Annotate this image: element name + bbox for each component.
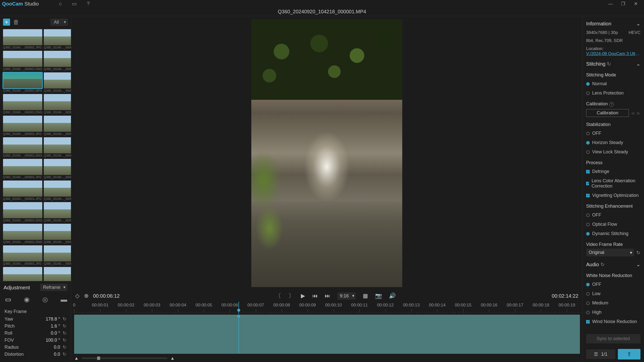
play-button[interactable]: ▶ <box>301 293 305 299</box>
snapshot-icon[interactable]: 📷 <box>375 293 382 299</box>
media-thumbnail[interactable]: Q360_20240..._000001.JPG <box>3 245 42 265</box>
keyframe-marker-icon[interactable]: ◇ <box>75 293 79 299</box>
reset-icon[interactable]: ↻ <box>63 344 66 350</box>
range-out-icon[interactable]: 〕 <box>288 292 294 300</box>
minimize-icon[interactable]: — <box>604 1 617 7</box>
ruler-tick-label: 00:00:13 <box>403 303 420 308</box>
param-distortion[interactable]: Distortion0.0↻ <box>5 351 66 357</box>
stitch-mode-lens[interactable]: Lens Protection <box>586 90 640 96</box>
tab-globe-icon[interactable]: ◉ <box>24 296 30 303</box>
wnr-high[interactable]: High <box>586 310 640 315</box>
param-fov[interactable]: FOV100.0 °↻ <box>5 337 66 343</box>
sync-to-selected-button[interactable]: Sync to selected <box>586 334 640 343</box>
reset-icon[interactable]: ↻ <box>63 337 66 343</box>
tab-card-icon[interactable]: ▬ <box>61 296 67 303</box>
reset-icon[interactable]: ↻ <box>63 316 66 322</box>
media-thumbnail[interactable]: Q360_20240..._000001.MP4 <box>3 72 42 93</box>
video-frame <box>251 19 402 287</box>
aspect-ratio-dropdown[interactable]: 9:16 <box>337 292 356 300</box>
adjustment-mode-dropdown[interactable]: Reframe <box>40 284 67 291</box>
queue-button[interactable]: ☰1/1 <box>586 349 615 359</box>
timeline-ruler[interactable]: 000:00:0100:00:0200:00:0300:00:0400:00:0… <box>74 302 580 314</box>
media-thumbnail[interactable]: Q360_20240..._000001.JPG <box>44 224 71 244</box>
media-thumbnail[interactable]: Q360_20240..._000001.DNG <box>44 29 71 49</box>
tab-target-icon[interactable]: ◎ <box>42 296 48 303</box>
clip-track[interactable] <box>74 315 580 354</box>
zoom-out-icon[interactable]: ▲ <box>74 356 79 361</box>
stab-horizon[interactable]: Horizon Steady <box>586 140 640 145</box>
close-icon[interactable]: ✕ <box>629 1 642 7</box>
wnr-low[interactable]: Low <box>586 291 640 296</box>
wind-noise[interactable]: Wind Noise Reduction <box>586 319 640 324</box>
media-thumbnail[interactable]: Q360_20240..._000001.JPG <box>44 180 71 201</box>
enhance-dynamic[interactable]: Dynamic Stitching <box>586 231 640 236</box>
volume-icon[interactable]: 🔊 <box>389 293 396 299</box>
information-header[interactable]: Information⌄ <box>586 21 640 27</box>
next-frame-button[interactable]: ⏭ <box>325 293 330 299</box>
home-icon[interactable]: ⌂ <box>59 1 62 7</box>
wnr-off[interactable]: OFF <box>586 282 640 287</box>
help-icon[interactable]: ? <box>609 102 614 107</box>
reset-icon[interactable]: ↻ <box>607 61 611 67</box>
delete-media-button[interactable]: 🗑 <box>13 19 19 26</box>
media-thumbnail[interactable]: Q360_20240..._000001.JPG <box>3 116 42 136</box>
stitching-header[interactable]: Stitching ↻⌄ <box>586 61 640 67</box>
file-name: Q360_20240920_104218_000001.MP4 <box>0 8 644 16</box>
location-link[interactable]: V:/2024-09 QooCam 3 Ultra DCW/Q3... <box>586 51 640 56</box>
process-vignette[interactable]: Vignetting Optimization <box>586 193 640 198</box>
media-thumbnail[interactable]: Q360_20240..._000001.JPG <box>44 202 71 222</box>
param-radius[interactable]: Radius0.0↻ <box>5 344 66 350</box>
param-yaw[interactable]: Yaw178.8 °↻ <box>5 316 66 322</box>
enhance-off[interactable]: OFF <box>586 212 640 218</box>
media-thumbnail[interactable]: Q360_20240..._000001.DNG <box>3 202 42 222</box>
media-thumbnail[interactable]: Q360_20240..._000001.JPG <box>3 180 42 201</box>
stab-off[interactable]: OFF <box>586 131 640 136</box>
export-button[interactable]: ⇪ <box>618 349 640 359</box>
audio-header[interactable]: Audio ↻⌄ <box>586 261 640 267</box>
window-icon[interactable]: ▭ <box>72 1 77 7</box>
reset-icon[interactable]: ↻ <box>636 250 640 256</box>
stitch-mode-normal[interactable]: Normal <box>586 81 640 86</box>
media-thumbnail[interactable]: Q360_20240..._000001.JPG <box>44 51 71 71</box>
range-in-icon[interactable]: 〔 <box>276 292 281 300</box>
media-thumbnail[interactable]: Q360_20240..._000001.JPG <box>44 94 71 114</box>
media-thumbnail[interactable]: Q360_20240..._000001.DNG <box>44 72 71 93</box>
calibration-button[interactable]: Calibration <box>586 109 629 117</box>
process-lca[interactable]: Lens Color Aberration Correction <box>586 178 640 189</box>
tab-camera-icon[interactable]: ▭ <box>5 296 11 303</box>
media-thumbnail[interactable]: Q360_20240..._000001.JPG <box>3 29 42 49</box>
maximize-icon[interactable]: ❐ <box>617 1 629 7</box>
media-thumbnail[interactable]: Q360_20240..._000001.MP4 <box>44 116 71 136</box>
wnr-medium[interactable]: Medium <box>586 300 640 306</box>
media-thumbnail[interactable]: Q360_20240..._000001.JPG <box>3 159 42 179</box>
reset-icon[interactable]: ↻ <box>63 323 66 329</box>
viewport[interactable] <box>71 16 582 290</box>
add-keyframe-icon[interactable]: ⊕ <box>84 293 89 299</box>
media-thumbnail[interactable]: Q360_20240..._000001.DNG <box>44 245 71 265</box>
help-icon[interactable]: ? <box>87 1 90 7</box>
media-thumbnail[interactable]: Q360_20240..._000001.JPG <box>44 137 71 157</box>
vfr-dropdown[interactable]: Original <box>586 249 634 256</box>
add-media-button[interactable]: + <box>3 19 10 26</box>
reset-icon[interactable]: ↻ <box>600 262 605 267</box>
media-thumbnail[interactable]: Q360_20240..._000001.DNG <box>3 94 42 114</box>
timeline[interactable]: 000:00:0100:00:0200:00:0300:00:0400:00:0… <box>71 302 582 362</box>
param-roll[interactable]: Roll0.0 °↻ <box>5 330 66 336</box>
process-defringe[interactable]: Defringe <box>586 169 640 174</box>
enhance-opticalflow[interactable]: Optical Flow <box>586 222 640 227</box>
reset-icon[interactable]: ↻ <box>63 351 66 357</box>
stab-viewlock[interactable]: View Lock Steady <box>586 149 640 155</box>
info-codec: HEVC <box>629 30 640 35</box>
media-thumbnail[interactable]: Q360_20240..._000001.DNG <box>3 51 42 71</box>
media-thumbnail[interactable]: Q360_20240..._000001.DNG <box>44 159 71 179</box>
media-thumbnail[interactable]: Q360_20240..._000001.DNG <box>3 224 42 244</box>
media-thumbnail[interactable]: Q360_20240..._000001.DNG <box>3 137 42 157</box>
grid-view-icon[interactable]: ▦ <box>363 293 368 299</box>
reset-icon[interactable]: ↻ <box>63 330 66 336</box>
zoom-in-icon[interactable]: ▲ <box>170 356 175 361</box>
media-filter-dropdown[interactable]: All <box>50 19 68 26</box>
param-pitch[interactable]: Pitch1.6 °↻ <box>5 323 66 329</box>
clip[interactable] <box>74 315 580 354</box>
prev-frame-button[interactable]: ⏮ <box>312 293 318 299</box>
zoom-slider[interactable] <box>82 357 167 359</box>
